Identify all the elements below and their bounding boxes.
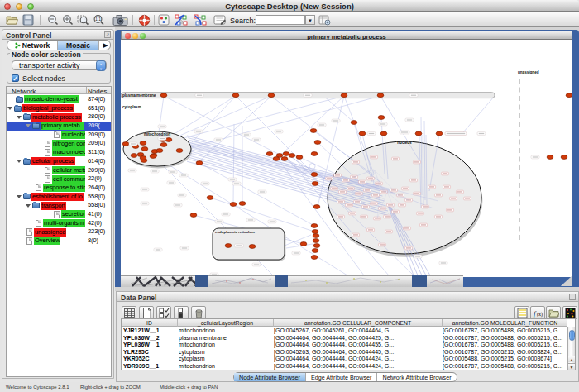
svg-text:unassigned: unassigned — [518, 70, 539, 74]
svg-text:plasma membrane: plasma membrane — [122, 93, 156, 98]
svg-text:(x): (x) — [537, 312, 543, 318]
svg-text:endoplasmic reticulum: endoplasmic reticulum — [215, 230, 255, 234]
svg-text:mitochondrion: mitochondrion — [144, 132, 170, 136]
svg-text:nucleus: nucleus — [397, 141, 412, 145]
svg-text:cytoplasm: cytoplasm — [122, 105, 141, 109]
svg-text:1:1: 1:1 — [95, 17, 101, 22]
